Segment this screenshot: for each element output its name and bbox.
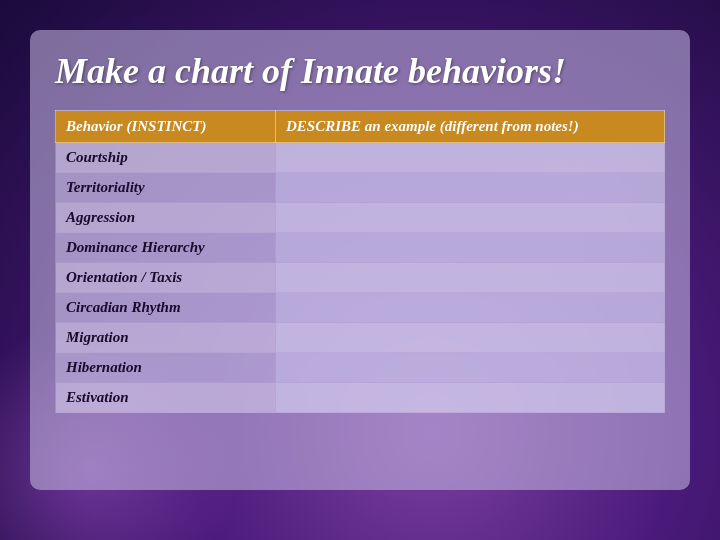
description-cell (276, 173, 665, 203)
behavior-cell: Aggression (56, 203, 276, 233)
table-row: Orientation / Taxis (56, 263, 665, 293)
behavior-cell: Territoriality (56, 173, 276, 203)
description-cell (276, 353, 665, 383)
behavior-cell: Courtship (56, 143, 276, 173)
table-row: Estivation (56, 383, 665, 413)
behavior-cell: Migration (56, 323, 276, 353)
description-cell (276, 233, 665, 263)
behavior-cell: Circadian Rhythm (56, 293, 276, 323)
table-header-row: Behavior (INSTINCT) DESCRIBE an example … (56, 111, 665, 143)
behavior-cell: Orientation / Taxis (56, 263, 276, 293)
description-cell (276, 263, 665, 293)
table-row: Territoriality (56, 173, 665, 203)
description-cell (276, 293, 665, 323)
table-row: Dominance Hierarchy (56, 233, 665, 263)
table-row: Aggression (56, 203, 665, 233)
table-row: Migration (56, 323, 665, 353)
main-card: Make a chart of Innate behaviors! Behavi… (30, 30, 690, 490)
table-row: Circadian Rhythm (56, 293, 665, 323)
col-header-behavior: Behavior (INSTINCT) (56, 111, 276, 143)
description-cell (276, 383, 665, 413)
behavior-cell: Estivation (56, 383, 276, 413)
table-row: Courtship (56, 143, 665, 173)
col-header-describe: DESCRIBE an example (different from note… (276, 111, 665, 143)
description-cell (276, 143, 665, 173)
description-cell (276, 203, 665, 233)
table-row: Hibernation (56, 353, 665, 383)
behavior-cell: Hibernation (56, 353, 276, 383)
page-title: Make a chart of Innate behaviors! (55, 50, 665, 92)
behaviors-table: Behavior (INSTINCT) DESCRIBE an example … (55, 110, 665, 413)
behavior-cell: Dominance Hierarchy (56, 233, 276, 263)
description-cell (276, 323, 665, 353)
